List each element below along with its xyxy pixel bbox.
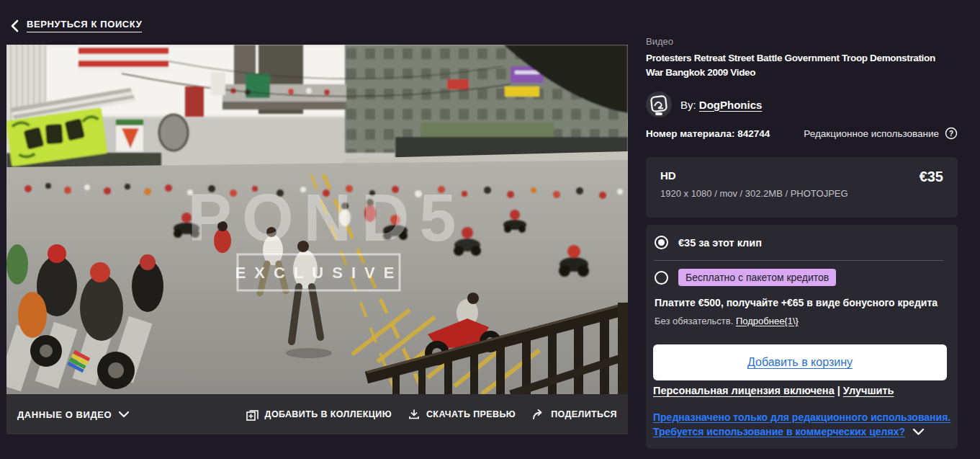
editorial-note[interactable]: Предназначено только для редакционного и… [653, 410, 950, 439]
video-data-toggle[interactable]: ДАННЫЕ О ВИДЕО [17, 409, 130, 420]
item-number-value: 842744 [737, 128, 770, 139]
license-line: Персональная лицензия включена | Улучшит… [653, 385, 894, 396]
single-clip-label: €35 за этот клип [678, 237, 762, 249]
note-chevron-down-icon[interactable] [912, 428, 925, 436]
learn-more-link[interactable]: Подробнее{1\} [736, 316, 799, 326]
title-line-1: Protesters Retreat Street Battle Governm… [646, 51, 935, 66]
video-preview[interactable]: POND5 EXCLUSIVE [6, 45, 628, 394]
item-number: Номер материала: 842744 [646, 128, 770, 139]
help-circle-icon[interactable]: ? [945, 127, 958, 140]
format-specs: 1920 x 1080 / mov / 302.2MB / PHOTOJPEG [660, 188, 943, 199]
download-icon [408, 408, 421, 421]
credits-badge: Бесплатно с пакетом кредитов [678, 269, 836, 286]
page-title: Protesters Retreat Street Battle Governm… [646, 51, 935, 80]
license-separator: | [837, 385, 840, 396]
download-preview-button[interactable]: СКАЧАТЬ ПРЕВЬЮ [408, 408, 516, 421]
chevron-down-icon [118, 411, 130, 418]
editorial-use-label: Редакционное использование [804, 128, 939, 139]
add-to-cart-button[interactable]: Добавить в корзину [653, 344, 947, 380]
chevron-left-icon [10, 19, 19, 32]
share-button[interactable]: ПОДЕЛИТЬСЯ [531, 408, 617, 421]
item-number-label: Номер материала: [646, 128, 734, 139]
share-icon [531, 408, 545, 421]
price: €35 [920, 169, 943, 185]
back-to-search-label: ВЕРНУТЬСЯ К ПОИСКУ [27, 19, 142, 32]
radio-single-clip[interactable] [655, 236, 668, 249]
purchase-option-credits[interactable]: Бесплатно с пакетом кредитов [655, 269, 836, 286]
purchase-card: €35 за этот клип Бесплатно с пакетом кре… [646, 225, 958, 449]
personal-license-link[interactable]: Персональная лицензия включена [653, 385, 835, 396]
avatar[interactable] [646, 92, 672, 117]
editorial-use[interactable]: Редакционное использование ? [804, 127, 958, 140]
add-to-collection-icon [246, 408, 259, 422]
add-to-collection-label: ДОБАВИТЬ В КОЛЛЕКЦИЮ [265, 409, 392, 419]
radio-credit-pack[interactable] [655, 271, 668, 285]
video-data-label: ДАННЫЕ О ВИДЕО [17, 409, 112, 420]
video-player[interactable]: POND5 EXCLUSIVE ДАННЫЕ О ВИДЕО [6, 45, 628, 435]
svg-text:?: ? [949, 130, 953, 138]
format-card: HD 1920 x 1080 / mov / 302.2MB / PHOTOJP… [646, 157, 958, 218]
media-type-label: Видео [646, 36, 673, 47]
no-obligation-line: Без обязательств. Подробнее{1\} [655, 316, 799, 326]
video-scene: POND5 EXCLUSIVE [6, 45, 628, 394]
purchase-option-single[interactable]: €35 за этот клип [655, 236, 762, 249]
exclusive-badge-text: EXCLUSIVE [235, 264, 403, 282]
bonus-credit-text: Платите €500, получайте +€65 в виде бону… [655, 297, 938, 308]
back-to-search-link[interactable]: ВЕРНУТЬСЯ К ПОИСКУ [10, 19, 142, 32]
title-line-2: War Bangkok 2009 Video [646, 66, 935, 80]
upgrade-link[interactable]: Улучшить [843, 385, 894, 396]
editorial-note-line2[interactable]: Требуется использование в коммерческих ц… [653, 424, 905, 439]
quality-label: HD [660, 169, 943, 182]
share-label: ПОДЕЛИТЬСЯ [551, 409, 617, 419]
divider [654, 260, 943, 261]
video-toolbar: ДАННЫЕ О ВИДЕО ДОБАВИТЬ В КОЛЛЕКЦИЮ [6, 394, 628, 435]
by-label: By: [680, 99, 696, 111]
author-link[interactable]: DogPhonics [699, 99, 763, 111]
no-obligation-text: Без обязательств. [655, 316, 733, 326]
download-preview-label: СКАЧАТЬ ПРЕВЬЮ [426, 409, 516, 419]
author-byline: By: DogPhonics [680, 99, 762, 111]
add-to-collection-button[interactable]: ДОБАВИТЬ В КОЛЛЕКЦИЮ [246, 408, 392, 422]
watermark-text: POND5 [188, 181, 467, 254]
editorial-note-line1[interactable]: Предназначено только для редакционного и… [653, 410, 950, 424]
